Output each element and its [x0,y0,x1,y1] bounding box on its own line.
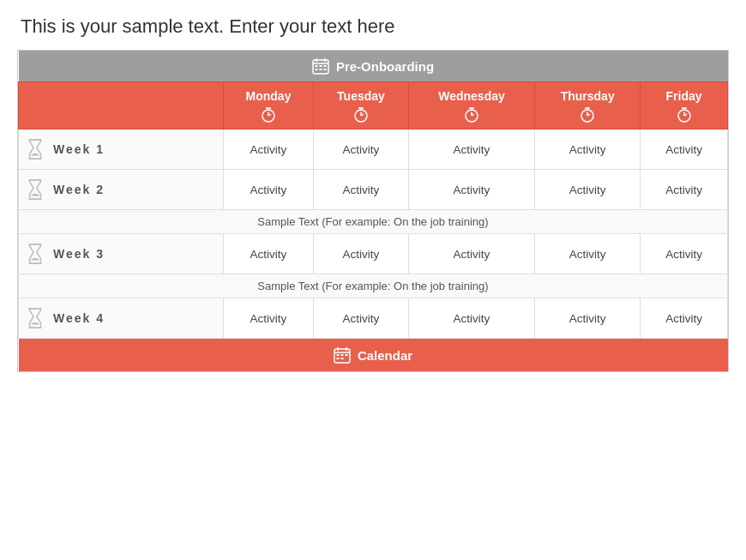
week-4-wednesday: Activity [408,298,535,339]
week-4-thursday: Activity [535,298,641,339]
svg-rect-8 [319,69,322,70]
svg-rect-9 [323,69,326,70]
timer-icon-thursday [579,106,596,123]
day-thursday: Thursday [535,82,641,129]
sample-text-1: Sample Text (For example: On the job tra… [19,210,728,234]
svg-rect-51 [340,358,343,359]
preonboarding-label: Pre-Onboarding [336,59,434,74]
week-4-label-cell: Week 4 [19,298,224,339]
svg-rect-48 [340,354,343,356]
week-3-monday: Activity [223,234,314,274]
week-4-tuesday: Activity [314,298,408,339]
day-tuesday: Tuesday [314,82,408,129]
svg-rect-47 [336,354,339,356]
hourglass-icon-week3 [26,243,45,265]
week-3-label: Week 3 [53,247,105,261]
week-2-monday: Activity [223,170,314,210]
sample-text-2: Sample Text (For example: On the job tra… [19,274,728,298]
week-2-friday: Activity [641,170,728,210]
week-1-friday: Activity [641,129,728,170]
week-1-row: Week 1 Activity Activity Activity Activi… [19,129,728,170]
hourglass-icon-week2 [26,178,45,201]
day-friday: Friday [641,82,728,129]
week-2-thursday: Activity [535,170,641,210]
calendar-label: Calendar [358,348,412,363]
week-3-row: Week 3 Activity Activity Activity Activi… [19,234,728,274]
svg-rect-5 [319,65,322,67]
day-monday: Monday [223,82,314,129]
svg-rect-6 [323,65,326,67]
week-1-tuesday: Activity [314,129,408,170]
page-title: This is your sample text. Enter your tex… [17,15,395,38]
grid-calendar-icon [312,57,329,75]
svg-rect-7 [315,69,317,70]
week-4-monday: Activity [223,298,314,339]
week-1-label-cell: Week 1 [19,129,224,170]
svg-rect-50 [336,358,339,359]
week-3-thursday: Activity [535,234,641,274]
week-2-label: Week 2 [53,183,105,196]
week-4-friday: Activity [641,298,728,339]
week-1-monday: Activity [223,129,314,170]
hourglass-icon-week1 [26,138,45,160]
day-header-row: Monday Tuesday [19,82,728,129]
week-3-wednesday: Activity [408,234,535,274]
schedule-table: Pre-Onboarding Monday [17,50,729,372]
timer-icon-wednesday [463,106,480,123]
week-2-wednesday: Activity [408,170,535,210]
timer-icon-tuesday [352,106,370,123]
calendar-footer: Calendar [19,339,728,372]
week-4-row: Week 4 Activity Activity Activity Activi… [19,298,728,339]
week-4-label: Week 4 [53,311,105,325]
week-1-wednesday: Activity [408,129,535,170]
week-3-label-cell: Week 3 [19,234,224,274]
preonboarding-header: Pre-Onboarding [19,51,728,82]
sample-text-row-1: Sample Text (For example: On the job tra… [19,210,728,234]
svg-rect-4 [315,65,317,67]
week-2-row: Week 2 Activity Activity Activity Activi… [19,170,728,210]
week-1-thursday: Activity [535,129,641,170]
sample-text-row-2: Sample Text (For example: On the job tra… [19,274,728,298]
week-2-label-cell: Week 2 [19,170,224,210]
week-3-tuesday: Activity [314,234,408,274]
empty-header-cell [19,82,224,129]
timer-icon-monday [260,106,277,123]
day-wednesday: Wednesday [408,82,535,129]
calendar-footer-icon [334,346,351,364]
svg-rect-49 [345,354,347,356]
week-2-tuesday: Activity [314,170,408,210]
week-1-label: Week 1 [53,142,105,156]
timer-icon-friday [676,106,693,123]
week-3-friday: Activity [641,234,728,274]
hourglass-icon-week4 [26,307,45,329]
